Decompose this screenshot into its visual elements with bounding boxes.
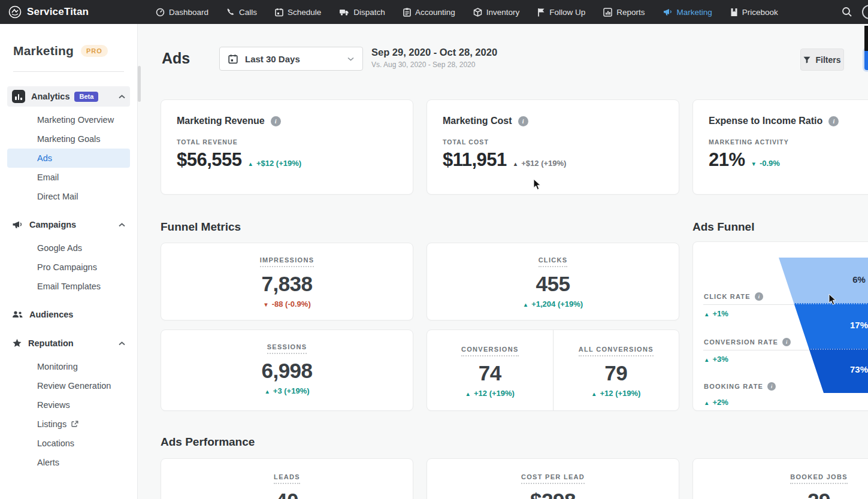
- sidebar-item-listings[interactable]: Listings: [7, 415, 130, 434]
- sidebar-item-marketing-goals[interactable]: Marketing Goals: [7, 129, 130, 149]
- chevron-up-icon[interactable]: [119, 223, 125, 227]
- conversion-rate-delta: ▲+3%: [704, 355, 728, 364]
- date-range-select[interactable]: Last 30 Days: [219, 47, 363, 71]
- marketing-cost-card: Marketing Cost i TOTAL COST $11,951 ▲+$1…: [427, 99, 679, 195]
- info-icon[interactable]: i: [782, 338, 791, 346]
- sidebar-scrollbar[interactable]: [138, 66, 141, 102]
- info-icon[interactable]: i: [755, 292, 763, 301]
- sidebar-item-direct-mail[interactable]: Direct Mail: [7, 187, 130, 206]
- sidebar-item-email[interactable]: Email: [7, 168, 130, 187]
- nav-item-accounting[interactable]: Accounting: [403, 8, 455, 17]
- nav-item-calls[interactable]: Calls: [226, 8, 257, 17]
- nav-item-dispatch[interactable]: Dispatch: [339, 8, 385, 17]
- chevron-up-icon[interactable]: [119, 95, 125, 99]
- nav-label: Inventory: [486, 8, 520, 17]
- nav-item-reports[interactable]: Reports: [603, 8, 645, 17]
- nav-label: Accounting: [415, 8, 455, 17]
- funnel-segment-label: 17%: [846, 320, 868, 330]
- megaphone-icon: [12, 220, 23, 229]
- info-icon[interactable]: i: [518, 116, 528, 126]
- nav-label: Pricebook: [742, 8, 778, 17]
- expense-income-ratio-card: Expense to Income Ratio i MARKETING ACTI…: [692, 99, 868, 195]
- nav-item-schedule[interactable]: Schedule: [275, 8, 321, 17]
- all-conversions-half: ALL CONVERSIONS 79 ▲+12 (+19%): [554, 330, 679, 410]
- marketing-revenue-card: Marketing Revenue i TOTAL REVENUE $56,55…: [161, 99, 413, 195]
- rate-label: CLICK RATE: [704, 293, 751, 300]
- tile-value: 79: [604, 361, 627, 385]
- conversions-half: CONVERSIONS 74 ▲+12 (+19%): [427, 330, 554, 410]
- metric-label: TOTAL COST: [443, 138, 663, 146]
- book-icon: [730, 8, 738, 17]
- comparison-period: Vs. Aug 30, 2020 - Sep 28, 2020: [371, 61, 497, 69]
- nav-items: Dashboard Calls Schedule Dispatch Accoun…: [156, 8, 778, 17]
- top-nav: ServiceTitan Dashboard Calls Schedule Di…: [0, 0, 868, 24]
- nav-label: Dashboard: [169, 8, 208, 17]
- card-title: Marketing Revenue: [177, 116, 265, 126]
- tile-value: 40: [276, 489, 298, 499]
- date-range-display: Sep 29, 2020 - Oct 28, 2020 Vs. Aug 30, …: [371, 47, 497, 69]
- tile-delta: ▲+3 (+19%): [264, 386, 309, 395]
- sidebar-item-ads[interactable]: Ads: [7, 149, 130, 168]
- page-title: Ads: [162, 50, 190, 67]
- booking-rate-delta: ▲+2%: [704, 398, 728, 407]
- nav-item-pricebook[interactable]: Pricebook: [730, 8, 778, 17]
- sidebar-item-alerts[interactable]: Alerts: [7, 453, 130, 472]
- servicetitan-logo[interactable]: ServiceTitan: [0, 5, 133, 19]
- gauge-icon: [156, 8, 165, 17]
- ads-funnel-heading: Ads Funnel: [692, 220, 754, 234]
- sidebar-section-analytics[interactable]: Analytics Beta: [7, 86, 130, 107]
- create-button[interactable]: C: [864, 49, 868, 70]
- info-icon[interactable]: i: [828, 116, 839, 126]
- sidebar-item-label: Listings: [37, 419, 66, 429]
- sidebar-item-pro-campaigns[interactable]: Pro Campaigns: [7, 258, 130, 277]
- metric-label: MARKETING ACTIVITY: [709, 138, 868, 146]
- sidebar-item-locations[interactable]: Locations: [7, 434, 130, 453]
- tile-label: ALL CONVERSIONS: [579, 346, 654, 356]
- sidebar-item-google-ads[interactable]: Google Ads: [7, 238, 130, 258]
- section-label: Campaigns: [29, 220, 76, 229]
- tile-value: 7,838: [261, 272, 312, 296]
- nav-item-inventory[interactable]: Inventory: [473, 8, 520, 17]
- chevron-up-icon[interactable]: [119, 341, 125, 346]
- nav-item-marketing[interactable]: Marketing: [663, 8, 712, 17]
- tile-delta: ▼-88 (-0.9%): [263, 300, 310, 309]
- mouse-cursor: [828, 294, 837, 306]
- leads-tile: LEADS 40: [161, 458, 413, 499]
- avatar[interactable]: [862, 5, 868, 19]
- filters-button[interactable]: Filters: [800, 49, 844, 71]
- info-icon[interactable]: i: [767, 382, 776, 391]
- tile-label: SESSIONS: [267, 343, 307, 354]
- funnel-segment-label: 73%: [846, 364, 868, 374]
- tile-delta: ▲+12 (+19%): [591, 389, 640, 398]
- mouse-cursor: [533, 179, 542, 190]
- tile-delta: ▲+12 (+19%): [465, 389, 515, 398]
- tile-label: LEADS: [274, 473, 300, 484]
- rate-label: BOOKING RATE: [704, 383, 763, 390]
- filters-label: Filters: [815, 55, 840, 65]
- metric-delta: ▼-0.9%: [751, 159, 780, 168]
- sidebar-section-campaigns[interactable]: Campaigns: [7, 214, 130, 235]
- info-icon[interactable]: i: [271, 116, 281, 126]
- sessions-tile: SESSIONS 6,998 ▲+3 (+19%): [161, 329, 413, 411]
- filter-icon: [803, 56, 810, 63]
- nav-item-follow-up[interactable]: Follow Up: [537, 8, 585, 17]
- sidebar-item-monitoring[interactable]: Monitoring: [7, 357, 130, 376]
- nav-label: Reports: [616, 8, 645, 17]
- sidebar-item-reviews[interactable]: Reviews: [7, 395, 130, 415]
- date-range-value: Last 30 Days: [245, 54, 300, 64]
- nav-item-dashboard[interactable]: Dashboard: [156, 8, 208, 17]
- external-link-icon: [71, 421, 78, 428]
- nav-label: Calls: [239, 8, 257, 17]
- sidebar-section-audiences[interactable]: Audiences: [7, 304, 130, 325]
- people-icon: [12, 310, 23, 319]
- funnel-segment-label: 6%: [846, 274, 868, 285]
- analytics-icon: [12, 90, 25, 103]
- sidebar-item-review-generation[interactable]: Review Generation: [7, 376, 130, 395]
- sidebar-item-marketing-overview[interactable]: Marketing Overview: [7, 110, 130, 129]
- click-rate-delta: ▲+1%: [704, 309, 728, 318]
- tile-value: $298: [530, 489, 576, 499]
- calendar-icon: [228, 54, 238, 64]
- sidebar-item-email-templates[interactable]: Email Templates: [7, 277, 130, 296]
- search-icon[interactable]: [842, 7, 852, 17]
- sidebar-section-reputation[interactable]: Reputation: [7, 333, 130, 353]
